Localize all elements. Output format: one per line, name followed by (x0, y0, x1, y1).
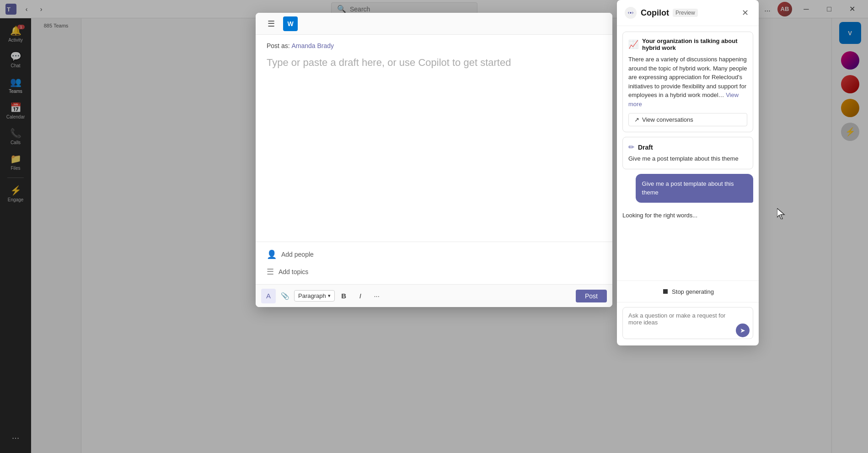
trending-body: There are a variety of discussions happe… (628, 55, 747, 108)
text-format-button[interactable]: A (261, 289, 276, 303)
italic-button[interactable]: I (353, 289, 368, 303)
copilot-title-text: Copilot (641, 8, 669, 18)
cursor-indicator (777, 208, 786, 221)
send-icon: ➤ (740, 327, 745, 334)
post-dialog: ☰ W Post as: Amanda Brady Type or paste … (256, 13, 612, 307)
view-conversations-label: View conversations (642, 116, 693, 123)
svg-point-4 (630, 12, 632, 14)
add-people-icon: 👤 (267, 249, 277, 259)
paragraph-select[interactable]: Paragraph ▾ (294, 290, 335, 302)
loading-text: Looking for the right words... (622, 207, 753, 223)
more-toolbar-button[interactable]: ··· (370, 289, 384, 303)
post-as-area: Post as: Amanda Brady (256, 35, 612, 49)
copilot-header: Copilot Preview ✕ (617, 0, 759, 26)
user-message-container: Give me a post template about this theme (622, 174, 753, 203)
copilot-send-button[interactable]: ➤ (736, 324, 750, 337)
copilot-close-button[interactable]: ✕ (739, 6, 751, 19)
draft-pencil-icon: ✏ (628, 143, 634, 151)
trending-title: Your organization is talking about hybri… (642, 38, 747, 51)
trending-card: 📈 Your organization is talking about hyb… (622, 32, 753, 132)
view-conversations-icon: ↗ (634, 116, 639, 123)
add-people-label: Add people (281, 251, 314, 258)
author-name-link[interactable]: Amanda Brady (291, 42, 334, 49)
copilot-input[interactable] (622, 307, 753, 339)
copilot-title-area: Copilot Preview (624, 6, 698, 19)
add-topics-icon: ☰ (267, 267, 274, 277)
view-conversations-button[interactable]: ↗ View conversations (628, 113, 747, 126)
attach-button[interactable]: 📎 (278, 289, 292, 303)
draft-area[interactable]: Type or paste a draft here, or use Copil… (256, 49, 612, 242)
modal-overlay: ☰ W Post as: Amanda Brady Type or paste … (0, 0, 868, 453)
paragraph-chevron-icon: ▾ (328, 293, 331, 299)
stop-generating-label: Stop generating (672, 288, 714, 295)
copilot-logo-icon (624, 6, 637, 19)
bold-button[interactable]: B (337, 289, 351, 303)
trending-icon: 📈 (628, 39, 638, 49)
post-metadata: 👤 Add people ☰ Add topics (256, 242, 612, 284)
add-topics-item[interactable]: ☰ Add topics (267, 263, 601, 280)
add-topics-label: Add topics (279, 268, 308, 275)
modal-container: ☰ W Post as: Amanda Brady Type or paste … (256, 0, 612, 307)
draft-card-text: Give me a post template about this theme (628, 154, 747, 163)
hamburger-button[interactable]: ☰ (263, 16, 279, 32)
paragraph-label: Paragraph (298, 292, 326, 299)
copilot-preview-badge: Preview (673, 9, 698, 17)
draft-label: Draft (638, 144, 653, 151)
draft-card-header: ✏ Draft (628, 143, 747, 151)
stop-icon: ⏹ (662, 287, 669, 296)
draft-card[interactable]: ✏ Draft Give me a post template about th… (622, 137, 753, 169)
stop-generating-area: ⏹ Stop generating (617, 280, 759, 302)
post-button[interactable]: Post (576, 290, 607, 302)
add-people-item[interactable]: 👤 Add people (267, 246, 601, 263)
post-toolbar: A 📎 Paragraph ▾ B I ··· Post (256, 284, 612, 307)
draft-placeholder: Type or paste a draft here, or use Copil… (267, 57, 601, 69)
stop-generating-button[interactable]: ⏹ Stop generating (654, 285, 721, 298)
svg-marker-5 (777, 208, 784, 219)
app-logo-icon: W (283, 16, 298, 31)
copilot-input-area: ➤ (617, 302, 759, 345)
copilot-content-area: 📈 Your organization is talking about hyb… (617, 26, 759, 280)
user-message-bubble: Give me a post template about this theme (636, 174, 753, 203)
trending-card-header: 📈 Your organization is talking about hyb… (628, 38, 747, 51)
post-as-label: Post as: (267, 42, 290, 49)
copilot-panel: Copilot Preview ✕ 📈 Your organization is… (617, 0, 759, 345)
dialog-top-bar: ☰ W (256, 13, 612, 35)
